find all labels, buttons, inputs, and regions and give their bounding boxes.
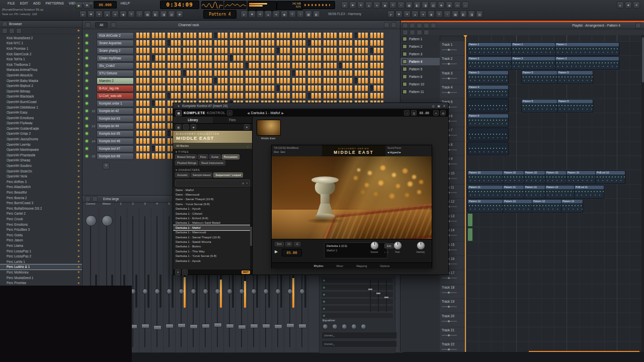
step-cell[interactable] (346, 93, 349, 99)
step-cell[interactable] (240, 55, 243, 61)
channel-button[interactable]: Komple.lei #2 (97, 108, 134, 115)
step-cell[interactable] (287, 78, 290, 83)
knob-dial[interactable] (370, 241, 379, 250)
step-cell[interactable] (265, 48, 267, 53)
step-cell[interactable] (237, 85, 239, 91)
step-cell[interactable] (147, 63, 149, 68)
step-cell[interactable] (225, 33, 227, 38)
step-cell[interactable] (178, 33, 181, 38)
step-cell[interactable] (365, 55, 368, 61)
step-cell[interactable] (381, 85, 383, 91)
step-cell[interactable] (206, 48, 208, 53)
step-cell[interactable] (292, 40, 295, 46)
step-cell[interactable] (147, 78, 149, 83)
step-cell[interactable] (214, 85, 217, 91)
step-cell[interactable] (377, 33, 380, 38)
step-cell[interactable] (343, 85, 345, 91)
step-cell[interactable] (240, 85, 243, 91)
menu-add[interactable]: ADD (31, 1, 43, 6)
step-cell[interactable] (163, 40, 165, 46)
pattern-clip[interactable]: Pattern 2 (555, 56, 619, 70)
step-cell[interactable] (190, 40, 193, 46)
favorite-star-icon[interactable]: ★ (77, 36, 80, 39)
kk-instruments-icon[interactable]: ▦ (176, 124, 181, 130)
step-cell[interactable] (292, 78, 295, 83)
step-cell[interactable] (178, 48, 181, 53)
step-cell[interactable] (334, 78, 337, 83)
step-cell[interactable] (230, 40, 232, 46)
step-cell[interactable] (253, 48, 255, 53)
channel-led[interactable] (86, 87, 88, 89)
pattern-picker-item[interactable]: Pattern 6 (400, 73, 440, 80)
pattern-clip[interactable]: Pattern 10 (503, 170, 525, 184)
step-cell[interactable] (136, 63, 139, 68)
step-cell[interactable] (140, 63, 142, 68)
mixer-fader-handle[interactable] (202, 324, 210, 328)
step-cell[interactable] (339, 70, 342, 76)
step-cell[interactable] (292, 63, 295, 68)
step-cell[interactable] (147, 93, 149, 99)
step-cell[interactable] (175, 40, 177, 46)
step-cell[interactable] (136, 93, 139, 99)
step-cell[interactable] (221, 93, 224, 99)
step-cell[interactable] (159, 146, 162, 151)
mixer-fader-handle[interactable] (250, 324, 258, 328)
step-cell[interactable] (265, 78, 267, 83)
kk-info-icon[interactable]: ◦ (182, 269, 188, 275)
favorite-star-icon[interactable]: ★ (77, 68, 80, 71)
playlist-snap-icon[interactable] (403, 30, 408, 35)
step-cell[interactable] (374, 93, 376, 99)
step-cell[interactable] (136, 48, 139, 53)
step-cell[interactable] (221, 40, 224, 46)
step-cell[interactable] (168, 48, 170, 53)
favorite-star-icon[interactable]: ★ (77, 260, 80, 263)
step-cell[interactable] (225, 78, 227, 83)
step-cell[interactable] (246, 40, 248, 46)
toolbar-icon[interactable]: ▦ (305, 11, 312, 18)
track-volume-dot[interactable] (448, 92, 450, 94)
mixer-big-knob[interactable] (86, 215, 97, 226)
step-cell[interactable] (299, 70, 302, 76)
step-cell[interactable] (240, 63, 243, 68)
step-cell[interactable] (155, 63, 158, 68)
step-cell[interactable] (334, 48, 337, 53)
browser-item[interactable]: Perc LuAHz & 1★ (0, 264, 82, 270)
step-cell[interactable] (311, 78, 314, 83)
eq-knob[interactable] (342, 324, 347, 329)
step-cell[interactable] (355, 55, 357, 61)
step-cell[interactable] (355, 63, 357, 68)
step-cell[interactable] (327, 40, 330, 46)
toolbar-icon[interactable]: ▾ (112, 11, 119, 18)
step-cell[interactable] (370, 55, 373, 61)
step-cell[interactable] (331, 70, 333, 76)
plugin-titlebar[interactable]: ▾ Komplete Kontrol #7 (Insert 24) ◎ ▣ ✕ (173, 103, 448, 109)
step-cell[interactable] (190, 70, 193, 76)
kk-preset-item[interactable]: Daire - Yuruk Semai (9-8) (173, 202, 252, 206)
step-cell[interactable] (358, 85, 361, 91)
mixer-fader-handle[interactable] (166, 324, 174, 328)
step-cell[interactable] (175, 93, 177, 99)
step-cell[interactable] (303, 78, 305, 83)
step-cell[interactable] (152, 55, 154, 61)
step-cell[interactable] (187, 33, 189, 38)
favorite-star-icon[interactable]: ★ (77, 127, 80, 130)
step-cell[interactable] (194, 63, 196, 68)
step-cell[interactable] (202, 55, 205, 61)
favorite-star-icon[interactable]: ★ (77, 233, 80, 236)
step-cell[interactable] (324, 63, 326, 68)
kk-preset-item[interactable]: Darbuka 1 - Evford (9-8) (173, 216, 252, 220)
step-cell[interactable] (147, 138, 149, 144)
toolbar-icon[interactable]: ♪ (297, 11, 304, 18)
step-cell[interactable] (143, 123, 146, 129)
browser-item[interactable]: Kick NYC 1★ (0, 41, 82, 46)
browser-item[interactable]: OpenHH JazzyDrums★ (0, 136, 82, 142)
browser-item[interactable]: Perc FrizzBee 3★ (0, 227, 82, 232)
step-cell[interactable] (355, 33, 357, 38)
step-cell[interactable] (374, 70, 376, 76)
step-cell[interactable] (209, 85, 212, 91)
step-cell[interactable] (334, 93, 337, 99)
step-cell[interactable] (159, 153, 162, 159)
step-cell[interactable] (178, 70, 181, 76)
favorite-star-icon[interactable]: ★ (77, 84, 80, 87)
step-cell[interactable] (327, 70, 330, 76)
